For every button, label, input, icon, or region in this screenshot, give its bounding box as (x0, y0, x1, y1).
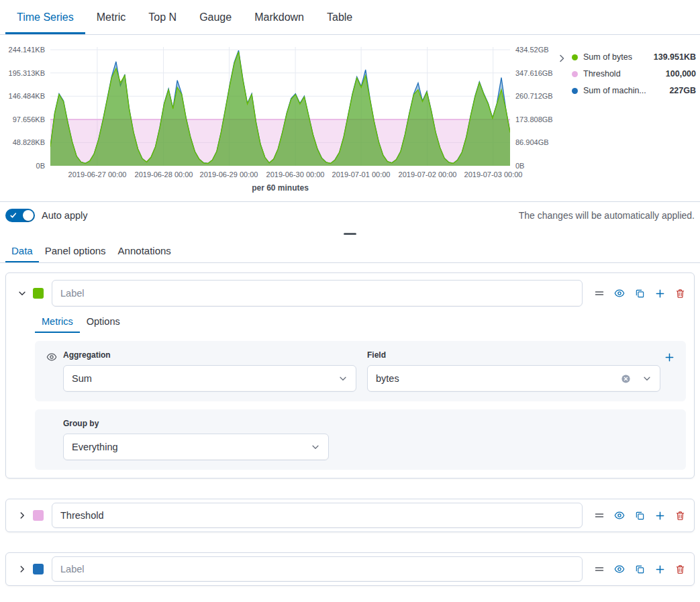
group-by-select[interactable]: Everything (63, 434, 329, 460)
axis-tick-label: 260.712GB (515, 91, 553, 101)
series-color-swatch[interactable] (33, 510, 44, 521)
legend-item-sum-of-machine-ram[interactable]: Sum of machin... 227GB (572, 86, 696, 95)
trash-icon[interactable] (674, 563, 686, 575)
axis-tick-label: 347.616GB (515, 68, 553, 78)
axis-tick-label: 146.484KB (0, 91, 45, 101)
series-label-input[interactable] (52, 503, 583, 528)
axis-tick-label: 97.656KB (0, 115, 45, 124)
legend-value: 139.951KB (654, 52, 696, 62)
legend-label: Sum of bytes (583, 52, 648, 62)
axis-tick-label: 2019-06-30 00:00 (266, 170, 325, 179)
toggle-knob (23, 210, 34, 221)
series-panel-header (6, 499, 694, 532)
series-color-swatch[interactable] (33, 288, 44, 299)
legend-label: Sum of machin... (583, 86, 664, 95)
chevron-right-icon[interactable] (556, 53, 567, 64)
x-axis-caption: per 60 minutes (50, 183, 510, 193)
field-label: Field (367, 350, 660, 360)
field-combobox[interactable]: bytes (367, 365, 660, 392)
drag-handle-icon[interactable] (593, 563, 605, 575)
trash-icon[interactable] (674, 287, 686, 299)
timeseries-chart-panel: per 60 minutes Sum of bytes 139.951KB Th… (0, 35, 700, 201)
eye-icon[interactable] (613, 563, 626, 575)
axis-tick-label: 2019-07-03 00:00 (464, 170, 523, 179)
resize-grip-icon (344, 233, 356, 235)
legend-label: Threshold (583, 69, 660, 79)
aggregation-select[interactable]: Sum (63, 365, 356, 392)
trash-icon[interactable] (674, 509, 686, 521)
chevron-down-icon[interactable] (14, 285, 30, 301)
aggregation-label: Aggregation (63, 350, 356, 360)
legend-value: 100,000 (666, 69, 696, 79)
auto-apply-toggle[interactable] (5, 209, 35, 222)
add-metric-plus-icon[interactable] (663, 351, 675, 363)
axis-tick-label: 195.313KB (0, 68, 45, 78)
plus-icon[interactable] (654, 287, 666, 299)
tab-metrics[interactable]: Metrics (35, 312, 80, 333)
chevron-down-icon (642, 374, 652, 383)
axis-tick-label: 0B (515, 161, 524, 170)
tab-table[interactable]: Table (315, 0, 364, 34)
series-color-swatch[interactable] (33, 564, 44, 574)
legend-item-sum-of-bytes[interactable]: Sum of bytes 139.951KB (572, 52, 696, 62)
series-editor: Metrics Options Aggregation Sum (0, 263, 700, 586)
group-by-label: Group by (63, 419, 675, 428)
series-panel-1: Metrics Options Aggregation Sum (5, 272, 695, 479)
tab-options[interactable]: Options (80, 312, 127, 333)
auto-apply-hint: The changes will be automatically applie… (519, 210, 695, 221)
axis-tick-label: 48.828KB (0, 138, 45, 147)
series-panel-2 (5, 499, 695, 532)
series-label-input[interactable] (52, 280, 583, 307)
axis-tick-label: 2019-06-28 00:00 (135, 170, 193, 179)
legend-value: 227GB (669, 86, 696, 95)
eye-icon[interactable] (613, 509, 626, 521)
drag-handle-icon[interactable] (593, 287, 605, 299)
axis-tick-label: 2019-06-29 00:00 (200, 170, 258, 179)
eye-icon[interactable] (46, 351, 58, 363)
legend-dot (572, 54, 578, 60)
chevron-down-icon (311, 442, 320, 452)
axis-tick-label: 2019-07-01 00:00 (332, 170, 391, 179)
legend-dot (572, 88, 578, 94)
plus-icon[interactable] (654, 509, 666, 521)
auto-apply-row: Auto apply The changes will be automatic… (0, 202, 700, 229)
axis-tick-label: 2019-06-27 00:00 (68, 170, 127, 179)
chart-legend: Sum of bytes 139.951KB Threshold 100,000… (556, 52, 696, 103)
tab-top-n[interactable]: Top N (137, 0, 188, 34)
metric-row: Aggregation Sum Field bytes (35, 341, 686, 401)
panel-resize-handle[interactable] (0, 229, 700, 238)
editor-tabs: Data Panel options Annotations (0, 238, 700, 263)
chevron-right-icon[interactable] (14, 561, 30, 577)
check-icon (9, 211, 17, 219)
series-sub-tabs: Metrics Options (35, 312, 686, 333)
chevron-right-icon[interactable] (14, 507, 30, 523)
tab-time-series[interactable]: Time Series (5, 0, 85, 34)
tab-gauge[interactable]: Gauge (188, 0, 243, 34)
copy-icon[interactable] (634, 563, 646, 575)
chevron-down-icon (338, 374, 348, 383)
tab-data[interactable]: Data (5, 238, 39, 262)
copy-icon[interactable] (634, 509, 646, 521)
drag-handle-icon[interactable] (593, 509, 605, 521)
tab-panel-options[interactable]: Panel options (39, 238, 112, 262)
plus-icon[interactable] (654, 563, 666, 575)
series-panel-header (6, 553, 694, 585)
series-label-input[interactable] (52, 556, 583, 582)
tab-metric[interactable]: Metric (85, 0, 138, 34)
timeseries-plot-area (50, 47, 510, 166)
clear-icon[interactable] (619, 372, 632, 385)
legend-dot (572, 71, 578, 77)
axis-tick-label: 2019-07-02 00:00 (399, 170, 457, 179)
series-panel-3 (5, 552, 695, 586)
visualization-type-tabs: Time Series Metric Top N Gauge Markdown … (0, 0, 700, 35)
tab-markdown[interactable]: Markdown (243, 0, 315, 34)
axis-tick-label: 86.904GB (515, 138, 549, 147)
series-panel-header (6, 273, 694, 311)
eye-icon[interactable] (613, 287, 626, 299)
axis-tick-label: 244.141KB (0, 45, 45, 54)
copy-icon[interactable] (634, 287, 646, 299)
tab-annotations[interactable]: Annotations (112, 238, 177, 262)
axis-tick-label: 434.52GB (515, 45, 549, 54)
legend-item-threshold[interactable]: Threshold 100,000 (572, 69, 696, 79)
auto-apply-label: Auto apply (42, 210, 88, 221)
